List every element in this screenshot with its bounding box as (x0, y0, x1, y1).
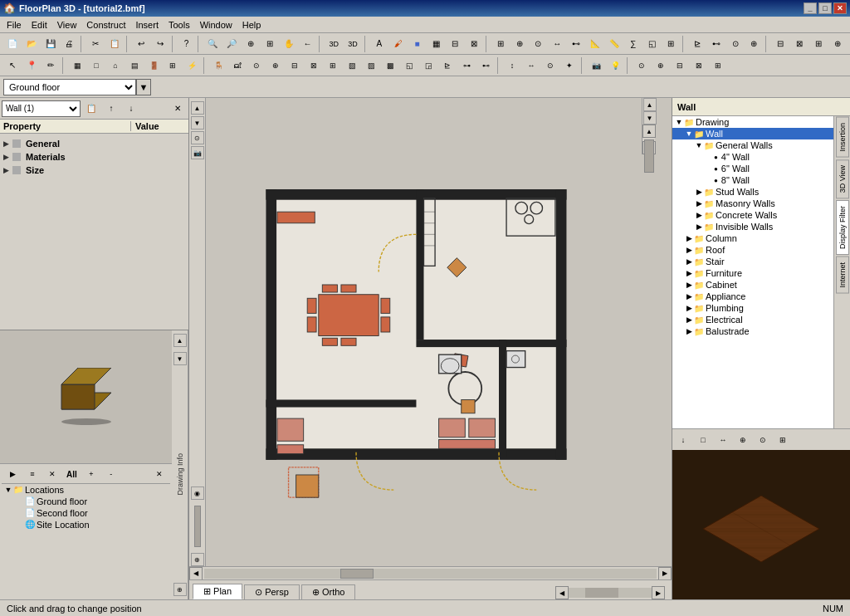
maximize-button[interactable]: □ (818, 2, 832, 14)
tree-appliance[interactable]: ▶ 📁 Appliance (672, 291, 833, 302)
rp-btn3[interactable]: ↔ (714, 431, 732, 449)
tab-right-btn[interactable]: ▶ (652, 586, 665, 599)
furn-tool9[interactable]: ▨ (362, 56, 380, 75)
zoom-prev-button[interactable]: ← (298, 35, 316, 53)
tool-g[interactable]: ↔ (548, 35, 566, 53)
wall-tool[interactable]: ▦ (68, 56, 86, 75)
tool-n[interactable]: ⊵ (688, 35, 706, 53)
rp-btn6[interactable]: ⊞ (774, 431, 792, 449)
tool-t[interactable]: ⊞ (809, 35, 828, 53)
tree-4in-wall[interactable]: ● 4" Wall (672, 151, 833, 163)
print-button[interactable]: 🖨 (60, 35, 78, 53)
furn-tool1[interactable]: 🪑 (209, 56, 227, 75)
rp-btn1[interactable]: ↓ (674, 431, 692, 449)
tree-locations[interactable]: ▼ 📁 Locations (2, 484, 170, 496)
3d-btn1[interactable]: 3D (325, 35, 343, 53)
prop-close-btn[interactable]: ✕ (169, 100, 187, 118)
tool-f[interactable]: ⊙ (529, 35, 547, 53)
tree-8in-wall[interactable]: ● 8" Wall (672, 174, 833, 186)
furn-tool12[interactable]: ◲ (419, 56, 437, 75)
tool-u[interactable]: ⊕ (828, 35, 847, 53)
door-tool[interactable]: 🚪 (144, 56, 163, 75)
canvas-strip-btn3[interactable]: ⊙ (191, 131, 204, 144)
menu-construct[interactable]: Construct (81, 18, 130, 32)
furn-tool6[interactable]: ⊠ (305, 56, 323, 75)
tree-ground-floor[interactable]: 📄 Ground floor (2, 496, 170, 507)
internet-tab[interactable]: Internet (836, 257, 849, 294)
tab-ortho[interactable]: ⊕ Ortho (301, 584, 356, 599)
color-button[interactable]: ■ (408, 35, 427, 53)
tool-o[interactable]: ⊷ (707, 35, 725, 53)
menu-window[interactable]: Window (195, 18, 237, 32)
floor-dropdown[interactable]: Ground floor Second floor Site Location (3, 79, 136, 95)
furn-tool5[interactable]: ⊟ (286, 56, 304, 75)
rp-btn5[interactable]: ⊙ (754, 431, 772, 449)
furn-tool14[interactable]: ⊶ (457, 56, 476, 75)
save-button[interactable]: 💾 (42, 35, 60, 53)
tree-concrete-walls[interactable]: ▶ 📁 Concrete Walls (672, 209, 833, 221)
location-tool[interactable]: 📍 (22, 56, 41, 75)
tool-d[interactable]: ⊞ (491, 35, 510, 53)
vertical-scrollbar[interactable]: ▲ ▼ (642, 125, 655, 154)
open-button[interactable]: 📂 (22, 35, 41, 53)
minimize-button[interactable]: _ (804, 2, 817, 14)
light-tool[interactable]: 💡 (606, 56, 624, 75)
tree-btn-minus[interactable]: - (102, 465, 120, 483)
display-filter-tab[interactable]: Display Filter (836, 200, 849, 255)
tool-b[interactable]: ⊟ (446, 35, 464, 53)
canvas-strip-btn1[interactable]: ▲ (191, 101, 204, 115)
new-button[interactable]: 📄 (3, 35, 22, 53)
tree-furniture[interactable]: ▶ 📁 Furniture (672, 267, 833, 279)
tool-p[interactable]: ⊙ (726, 35, 745, 53)
extra-tool5[interactable]: ⊞ (709, 56, 727, 75)
prop-btn1[interactable]: 📋 (82, 100, 100, 118)
help-button[interactable]: ? (178, 35, 196, 53)
copy-button[interactable]: 📋 (105, 35, 124, 53)
tree-balustrade[interactable]: ▶ 📁 Balustrade (672, 325, 833, 337)
menu-help[interactable]: Help (237, 18, 266, 32)
select-tool[interactable]: ↖ (3, 56, 22, 75)
extra-tool2[interactable]: ⊕ (652, 56, 670, 75)
extra-tool4[interactable]: ⊠ (690, 56, 708, 75)
undo-button[interactable]: ↩ (132, 35, 150, 53)
v-scroll-thumb[interactable] (644, 139, 654, 173)
tool-c[interactable]: ⊠ (465, 35, 483, 53)
furn-tool15[interactable]: ⊷ (476, 56, 495, 75)
tool-j[interactable]: 📏 (605, 35, 623, 53)
dim-tool3[interactable]: ⊙ (541, 56, 559, 75)
tool-e[interactable]: ⊕ (510, 35, 529, 53)
tree-close2[interactable]: ✕ (150, 465, 169, 483)
cut-button[interactable]: ✂ (86, 35, 105, 53)
menu-insert[interactable]: Insert (130, 18, 164, 32)
left-strip-btn-bot[interactable]: ⊕ (173, 583, 187, 596)
pan-button[interactable]: ✋ (280, 35, 298, 53)
tree-electrical[interactable]: ▶ 📁 Electrical (672, 314, 833, 325)
stair-tool[interactable]: ▤ (125, 56, 144, 75)
h-scroll-thumb[interactable] (340, 569, 374, 579)
prop-group-size[interactable]: ▶ Size (3, 164, 185, 177)
tree-roof[interactable]: ▶ 📁 Roof (672, 244, 833, 256)
dim-tool1[interactable]: ↕ (503, 56, 521, 75)
canvas-strip-btn2[interactable]: ▼ (191, 116, 204, 130)
furn-tool3[interactable]: ⊙ (247, 56, 266, 75)
canvas-right-btn2[interactable]: ▼ (643, 111, 657, 125)
3d-btn2[interactable]: 3D (344, 35, 362, 53)
tool-m[interactable]: ⊞ (662, 35, 680, 53)
draw-tool[interactable]: ✏ (42, 56, 60, 75)
tree-stud-walls[interactable]: ▶ 📁 Stud Walls (672, 186, 833, 198)
tool-h[interactable]: ⊷ (567, 35, 585, 53)
h-scroll-track[interactable] (204, 569, 657, 579)
tree-masonry-walls[interactable]: ▶ 📁 Masonry Walls (672, 198, 833, 209)
zoom-in-button[interactable]: 🔎 (222, 35, 241, 53)
canvas-strip-btn4[interactable]: 📷 (191, 146, 204, 159)
prop-btn2[interactable]: ↑ (102, 100, 120, 118)
zoom-fit-button[interactable]: ⊕ (242, 35, 260, 53)
furn-tool11[interactable]: ◱ (400, 56, 418, 75)
floor-tool[interactable]: □ (87, 56, 105, 75)
tool-r[interactable]: ⊟ (771, 35, 789, 53)
drawing-area[interactable] (206, 98, 642, 566)
tree-plumbing[interactable]: ▶ 📁 Plumbing (672, 302, 833, 314)
paint-button[interactable]: 🖌 (389, 35, 408, 53)
dim-tool4[interactable]: ✦ (560, 56, 579, 75)
tree-site-location[interactable]: 🌐 Site Location (2, 519, 170, 530)
